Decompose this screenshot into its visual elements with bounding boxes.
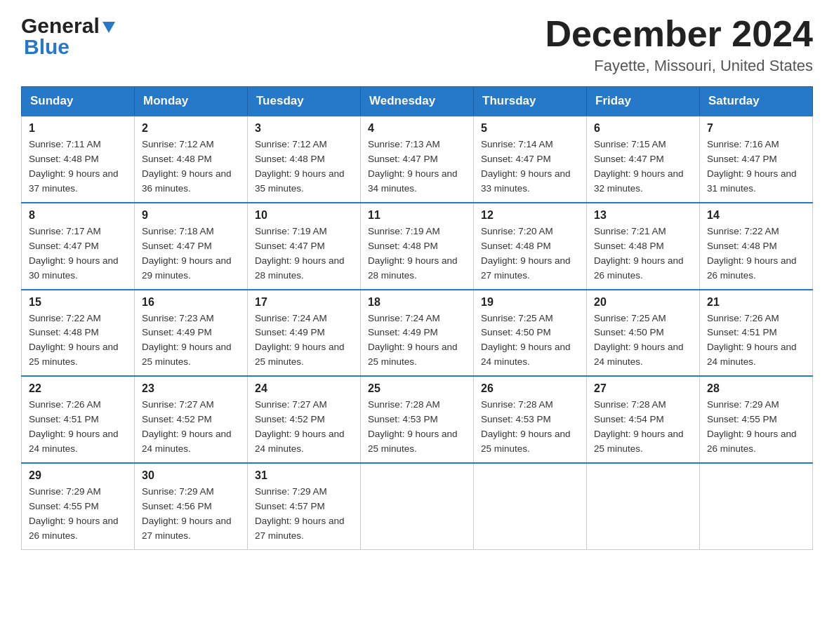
day-info: Sunrise: 7:24 AMSunset: 4:49 PMDaylight:… <box>255 311 353 370</box>
day-info: Sunrise: 7:25 AMSunset: 4:50 PMDaylight:… <box>594 311 692 370</box>
day-info: Sunrise: 7:19 AMSunset: 4:48 PMDaylight:… <box>368 224 466 283</box>
day-info: Sunrise: 7:11 AMSunset: 4:48 PMDaylight:… <box>29 137 127 196</box>
day-number: 8 <box>29 209 127 222</box>
calendar-cell <box>700 463 813 549</box>
calendar-cell: 22Sunrise: 7:26 AMSunset: 4:51 PMDayligh… <box>22 376 135 463</box>
calendar-week-row: 8Sunrise: 7:17 AMSunset: 4:47 PMDaylight… <box>22 203 813 290</box>
day-number: 4 <box>368 122 466 135</box>
day-info: Sunrise: 7:22 AMSunset: 4:48 PMDaylight:… <box>707 224 805 283</box>
day-info: Sunrise: 7:21 AMSunset: 4:48 PMDaylight:… <box>594 224 692 283</box>
calendar-cell <box>587 463 700 549</box>
calendar-cell: 17Sunrise: 7:24 AMSunset: 4:49 PMDayligh… <box>248 290 361 377</box>
calendar-cell: 13Sunrise: 7:21 AMSunset: 4:48 PMDayligh… <box>587 203 700 290</box>
calendar-cell <box>361 463 474 549</box>
calendar-cell: 26Sunrise: 7:28 AMSunset: 4:53 PMDayligh… <box>474 376 587 463</box>
day-number: 15 <box>29 296 127 309</box>
day-number: 17 <box>255 296 353 309</box>
calendar-cell: 16Sunrise: 7:23 AMSunset: 4:49 PMDayligh… <box>135 290 248 377</box>
day-info: Sunrise: 7:27 AMSunset: 4:52 PMDaylight:… <box>142 398 240 457</box>
logo-blue: Blue <box>24 35 70 59</box>
day-number: 12 <box>481 209 579 222</box>
calendar-cell: 12Sunrise: 7:20 AMSunset: 4:48 PMDayligh… <box>474 203 587 290</box>
day-number: 11 <box>368 209 466 222</box>
calendar-cell: 6Sunrise: 7:15 AMSunset: 4:47 PMDaylight… <box>587 116 700 203</box>
day-number: 14 <box>707 209 805 222</box>
calendar-header-sunday: Sunday <box>22 87 135 116</box>
calendar-header-tuesday: Tuesday <box>248 87 361 116</box>
day-number: 3 <box>255 122 353 135</box>
day-info: Sunrise: 7:14 AMSunset: 4:47 PMDaylight:… <box>481 137 579 196</box>
day-info: Sunrise: 7:24 AMSunset: 4:49 PMDaylight:… <box>368 311 466 370</box>
calendar-cell: 9Sunrise: 7:18 AMSunset: 4:47 PMDaylight… <box>135 203 248 290</box>
calendar-cell: 2Sunrise: 7:12 AMSunset: 4:48 PMDaylight… <box>135 116 248 203</box>
svg-marker-0 <box>102 22 115 33</box>
calendar-cell: 18Sunrise: 7:24 AMSunset: 4:49 PMDayligh… <box>361 290 474 377</box>
day-number: 1 <box>29 122 127 135</box>
calendar-cell: 1Sunrise: 7:11 AMSunset: 4:48 PMDaylight… <box>22 116 135 203</box>
day-number: 26 <box>481 382 579 395</box>
day-info: Sunrise: 7:17 AMSunset: 4:47 PMDaylight:… <box>29 224 127 283</box>
calendar-cell: 15Sunrise: 7:22 AMSunset: 4:48 PMDayligh… <box>22 290 135 377</box>
day-number: 9 <box>142 209 240 222</box>
day-number: 29 <box>29 469 127 482</box>
day-number: 20 <box>594 296 692 309</box>
day-number: 10 <box>255 209 353 222</box>
calendar-cell: 21Sunrise: 7:26 AMSunset: 4:51 PMDayligh… <box>700 290 813 377</box>
day-info: Sunrise: 7:16 AMSunset: 4:47 PMDaylight:… <box>707 137 805 196</box>
day-number: 22 <box>29 382 127 395</box>
day-info: Sunrise: 7:19 AMSunset: 4:47 PMDaylight:… <box>255 224 353 283</box>
calendar-cell: 20Sunrise: 7:25 AMSunset: 4:50 PMDayligh… <box>587 290 700 377</box>
day-number: 25 <box>368 382 466 395</box>
calendar-header-monday: Monday <box>135 87 248 116</box>
logo-triangle-icon <box>101 19 117 34</box>
calendar-table: SundayMondayTuesdayWednesdayThursdayFrid… <box>21 86 813 549</box>
calendar-cell: 31Sunrise: 7:29 AMSunset: 4:57 PMDayligh… <box>248 463 361 549</box>
day-number: 7 <box>707 122 805 135</box>
calendar-cell: 30Sunrise: 7:29 AMSunset: 4:56 PMDayligh… <box>135 463 248 549</box>
logo: General Blue <box>21 14 117 59</box>
calendar-cell: 11Sunrise: 7:19 AMSunset: 4:48 PMDayligh… <box>361 203 474 290</box>
calendar-cell: 8Sunrise: 7:17 AMSunset: 4:47 PMDaylight… <box>22 203 135 290</box>
location-title: Fayette, Missouri, United States <box>545 57 813 75</box>
day-number: 24 <box>255 382 353 395</box>
calendar-header-friday: Friday <box>587 87 700 116</box>
calendar-cell: 19Sunrise: 7:25 AMSunset: 4:50 PMDayligh… <box>474 290 587 377</box>
day-info: Sunrise: 7:18 AMSunset: 4:47 PMDaylight:… <box>142 224 240 283</box>
day-number: 2 <box>142 122 240 135</box>
day-info: Sunrise: 7:23 AMSunset: 4:49 PMDaylight:… <box>142 311 240 370</box>
day-info: Sunrise: 7:28 AMSunset: 4:54 PMDaylight:… <box>594 398 692 457</box>
calendar-header-thursday: Thursday <box>474 87 587 116</box>
day-number: 18 <box>368 296 466 309</box>
calendar-week-row: 1Sunrise: 7:11 AMSunset: 4:48 PMDaylight… <box>22 116 813 203</box>
day-number: 27 <box>594 382 692 395</box>
calendar-cell: 14Sunrise: 7:22 AMSunset: 4:48 PMDayligh… <box>700 203 813 290</box>
day-info: Sunrise: 7:29 AMSunset: 4:57 PMDaylight:… <box>255 485 353 544</box>
day-number: 6 <box>594 122 692 135</box>
day-number: 19 <box>481 296 579 309</box>
calendar-week-row: 15Sunrise: 7:22 AMSunset: 4:48 PMDayligh… <box>22 290 813 377</box>
day-info: Sunrise: 7:26 AMSunset: 4:51 PMDaylight:… <box>707 311 805 370</box>
day-info: Sunrise: 7:27 AMSunset: 4:52 PMDaylight:… <box>255 398 353 457</box>
calendar-cell: 25Sunrise: 7:28 AMSunset: 4:53 PMDayligh… <box>361 376 474 463</box>
day-info: Sunrise: 7:22 AMSunset: 4:48 PMDaylight:… <box>29 311 127 370</box>
logo-general: General <box>21 14 100 38</box>
calendar-cell: 29Sunrise: 7:29 AMSunset: 4:55 PMDayligh… <box>22 463 135 549</box>
calendar-cell: 28Sunrise: 7:29 AMSunset: 4:55 PMDayligh… <box>700 376 813 463</box>
day-info: Sunrise: 7:29 AMSunset: 4:55 PMDaylight:… <box>29 485 127 544</box>
day-info: Sunrise: 7:15 AMSunset: 4:47 PMDaylight:… <box>594 137 692 196</box>
day-number: 28 <box>707 382 805 395</box>
calendar-cell <box>474 463 587 549</box>
day-number: 31 <box>255 469 353 482</box>
calendar-cell: 7Sunrise: 7:16 AMSunset: 4:47 PMDaylight… <box>700 116 813 203</box>
day-info: Sunrise: 7:20 AMSunset: 4:48 PMDaylight:… <box>481 224 579 283</box>
day-number: 13 <box>594 209 692 222</box>
day-number: 5 <box>481 122 579 135</box>
calendar-header-row: SundayMondayTuesdayWednesdayThursdayFrid… <box>22 87 813 116</box>
day-number: 16 <box>142 296 240 309</box>
calendar-week-row: 29Sunrise: 7:29 AMSunset: 4:55 PMDayligh… <box>22 463 813 549</box>
day-info: Sunrise: 7:28 AMSunset: 4:53 PMDaylight:… <box>481 398 579 457</box>
calendar-week-row: 22Sunrise: 7:26 AMSunset: 4:51 PMDayligh… <box>22 376 813 463</box>
calendar-cell: 4Sunrise: 7:13 AMSunset: 4:47 PMDaylight… <box>361 116 474 203</box>
day-info: Sunrise: 7:12 AMSunset: 4:48 PMDaylight:… <box>142 137 240 196</box>
day-info: Sunrise: 7:29 AMSunset: 4:55 PMDaylight:… <box>707 398 805 457</box>
